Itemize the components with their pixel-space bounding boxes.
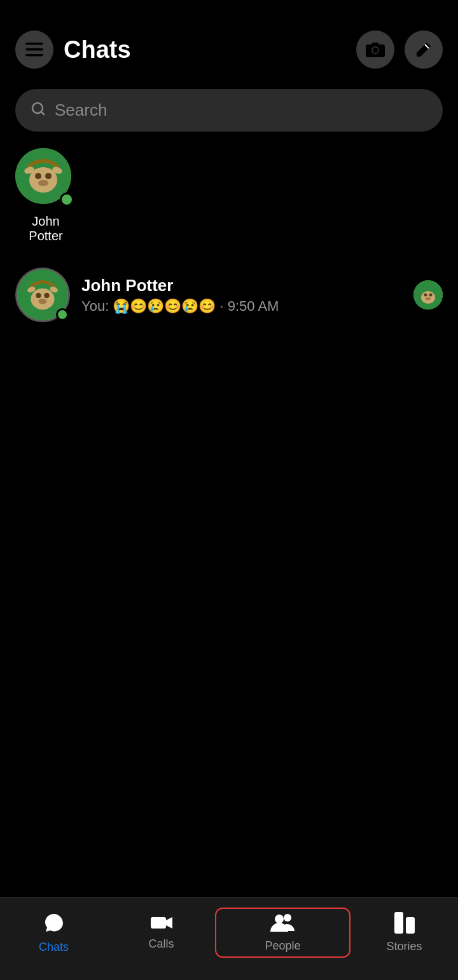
svg-point-23 bbox=[275, 915, 284, 923]
svg-rect-0 bbox=[25, 43, 43, 45]
chat-info: John Potter You: 😭😊😢😊😢😊 · 9:50 AM bbox=[81, 276, 402, 315]
svg-point-3 bbox=[373, 48, 378, 53]
chat-thumbnail bbox=[413, 280, 443, 310]
tab-people-label: People bbox=[265, 939, 300, 953]
svg-point-6 bbox=[35, 173, 41, 179]
svg-point-22 bbox=[426, 297, 431, 301]
svg-point-7 bbox=[45, 173, 52, 179]
chat-name: John Potter bbox=[81, 276, 402, 296]
stories-row: JohnPotter bbox=[0, 142, 458, 254]
header-left: Chats bbox=[15, 31, 131, 69]
svg-point-24 bbox=[284, 914, 291, 922]
bottom-nav: Chats Calls People bbox=[0, 897, 458, 980]
chat-preview: You: 😭😊😢😊😢😊 · 9:50 AM bbox=[81, 298, 402, 315]
chat-avatar-wrap bbox=[15, 268, 70, 322]
people-icon bbox=[270, 913, 296, 936]
tab-people[interactable]: People bbox=[215, 908, 350, 958]
search-placeholder: Search bbox=[55, 100, 107, 120]
svg-rect-2 bbox=[25, 54, 43, 57]
header-icons bbox=[356, 31, 443, 69]
online-indicator bbox=[60, 193, 74, 207]
chat-bubble-icon bbox=[43, 911, 66, 937]
story-avatar-wrap bbox=[15, 148, 76, 209]
svg-point-14 bbox=[44, 293, 49, 298]
story-name: JohnPotter bbox=[29, 214, 62, 243]
svg-point-13 bbox=[36, 293, 41, 298]
chat-online-indicator bbox=[56, 308, 69, 321]
search-bar[interactable]: Search bbox=[15, 89, 443, 132]
tab-stories[interactable]: Stories bbox=[350, 906, 458, 960]
camera-button[interactable] bbox=[356, 31, 394, 69]
svg-point-15 bbox=[38, 299, 46, 304]
svg-rect-1 bbox=[25, 48, 43, 51]
tab-stories-label: Stories bbox=[386, 940, 422, 953]
header: Chats bbox=[0, 0, 458, 79]
chat-list: John Potter You: 😭😊😢😊😢😊 · 9:50 AM bbox=[0, 254, 458, 336]
tab-chats[interactable]: Chats bbox=[0, 905, 108, 960]
search-icon bbox=[31, 101, 46, 120]
compose-button[interactable] bbox=[405, 31, 443, 69]
story-item[interactable]: JohnPotter bbox=[15, 148, 76, 243]
video-camera-icon bbox=[150, 915, 173, 934]
tab-chats-label: Chats bbox=[39, 941, 69, 954]
svg-point-20 bbox=[424, 294, 427, 297]
svg-rect-25 bbox=[394, 912, 403, 934]
stories-icon bbox=[394, 912, 415, 936]
tab-calls-label: Calls bbox=[148, 937, 174, 951]
svg-rect-26 bbox=[406, 917, 415, 934]
tab-calls[interactable]: Calls bbox=[108, 908, 215, 957]
svg-point-21 bbox=[429, 294, 433, 297]
page-title: Chats bbox=[64, 36, 131, 64]
svg-point-8 bbox=[38, 180, 48, 186]
table-row[interactable]: John Potter You: 😭😊😢😊😢😊 · 9:50 AM bbox=[0, 259, 458, 331]
menu-button[interactable] bbox=[15, 31, 53, 69]
